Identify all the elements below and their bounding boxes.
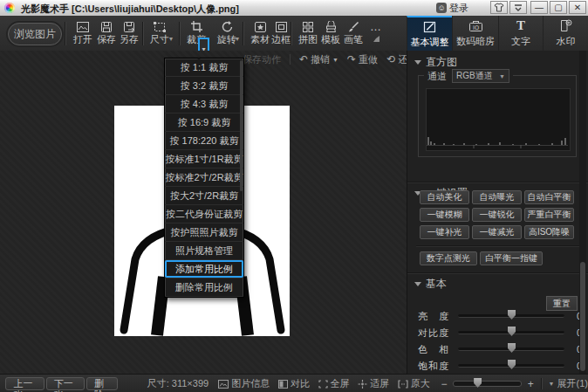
menu-item-add-ratio[interactable]: 添加常用比例 — [165, 260, 243, 279]
menu-item-crop-big-2in[interactable]: 按大2寸/2R裁剪 — [165, 187, 243, 205]
image-info-button[interactable]: 图片信息 — [218, 377, 270, 390]
menu-item-crop-std-2in[interactable]: 按标准2寸/2R裁剪 — [165, 168, 243, 187]
menu-item-crop-178-220[interactable]: 按 178:220 裁剪 — [165, 132, 243, 150]
slider-thumb[interactable] — [508, 327, 516, 336]
collage-icon — [302, 19, 314, 34]
panel-scrollbar-thumb[interactable] — [580, 262, 585, 371]
menu-item-crop-3-2[interactable]: 按 3:2 裁剪 — [165, 77, 243, 95]
zoom-out-button[interactable]: − — [441, 378, 447, 390]
basic-section-header[interactable]: 基本 — [407, 277, 588, 291]
status-bar: 上一张 下一张 删除 尺寸: 311×399 图片信息 对比 全屏 适屏 原大 … — [0, 374, 588, 392]
contrast-row: 对比度 0 — [407, 326, 588, 340]
menu-item-delete-ratio[interactable]: 删除常用比例 — [165, 279, 243, 297]
severe-white-balance-button[interactable]: 严重白平衡 — [524, 208, 574, 222]
rotate-icon — [221, 19, 234, 34]
auto-beautify-button[interactable]: 自动美化 — [420, 190, 469, 204]
redo-button[interactable]: ↷ 重做 — [347, 53, 378, 66]
zoom-slider[interactable] — [453, 381, 523, 387]
size-dropdown-arrow[interactable]: ▾ — [169, 35, 173, 43]
material-icon — [254, 19, 267, 34]
slider-thumb[interactable] — [508, 343, 516, 353]
save-as-button[interactable]: 另存 — [114, 19, 144, 48]
zoom-slider-thumb[interactable] — [474, 378, 482, 388]
window-title: 光影魔术手 [C:\Users\liujiahui\Desktop\人像.png… — [21, 3, 239, 16]
menu-item-crop-passport[interactable]: 按护照照片裁剪 — [165, 224, 243, 242]
menu-item-crop-16-9[interactable]: 按 16:9 裁剪 — [165, 113, 243, 132]
slider-thumb[interactable] — [508, 360, 516, 369]
hue-slider[interactable] — [458, 347, 564, 351]
auto-white-balance-button[interactable]: 自动白平衡 — [524, 190, 574, 204]
login-button[interactable]: ☺ 登录 — [436, 1, 468, 15]
title-bar: 光影魔术手 [C:\Users\liujiahui\Desktop\人像.png… — [0, 0, 588, 17]
fill-light-button[interactable]: 一键补光 — [420, 225, 469, 239]
chevron-down-icon: ▼ — [499, 73, 505, 79]
tab-watermark[interactable]: 水印 — [543, 16, 588, 51]
watermark-icon — [559, 19, 572, 33]
image-info-icon — [218, 380, 229, 389]
close-button[interactable]: ✕ — [569, 1, 586, 14]
channel-select[interactable]: RGB通道 ▼ — [452, 69, 509, 83]
tab-basic-adjust[interactable]: 基本调整 — [407, 16, 452, 51]
svg-text:IO: IO — [472, 24, 478, 31]
original-size-button[interactable]: 原大 — [398, 377, 430, 390]
white-balance-one-key-button[interactable]: 白平衡一指键 — [480, 251, 543, 265]
fullscreen-button[interactable]: 全屏 — [318, 377, 350, 390]
camera-icon: IO — [468, 19, 483, 33]
menu-scrollbar[interactable] — [240, 60, 243, 191]
digital-spot-metering-button[interactable]: 数字点测光 — [420, 251, 477, 265]
more-icon: … — [370, 19, 382, 34]
menu-item-crop-id-card[interactable]: 按二代身份证裁剪 — [165, 205, 243, 224]
rotate-dropdown-arrow[interactable]: ▾ — [236, 35, 239, 43]
tab-digital-darkroom[interactable]: IO 数码暗房 — [452, 16, 498, 51]
expand-button[interactable]: ▼ 展开(1) — [549, 377, 588, 390]
size-button[interactable]: 尺寸 — [145, 19, 174, 48]
reduce-light-button[interactable]: 一键减光 — [472, 225, 522, 239]
previous-image-button[interactable]: 上一张 — [5, 377, 44, 390]
browse-images-button[interactable]: 浏览图片 — [8, 23, 62, 45]
rotate-button[interactable]: 旋转 — [212, 19, 242, 48]
undo-icon: ↶ — [299, 53, 308, 65]
high-iso-denoise-button[interactable]: 高ISO降噪 — [524, 225, 574, 239]
redo-icon: ↷ — [347, 53, 356, 65]
slider-thumb[interactable] — [508, 310, 516, 320]
open-icon — [76, 19, 90, 34]
crop-icon — [190, 19, 203, 34]
saturation-slider[interactable] — [458, 364, 564, 368]
minimize-button[interactable]: — — [530, 1, 548, 14]
user-smiley-icon: ☺ — [436, 3, 447, 13]
image-size-label: 尺寸: 311×399 — [147, 377, 209, 390]
undo-button[interactable]: ↶ 撤销 ▼ — [299, 53, 338, 66]
brightness-slider[interactable] — [458, 314, 564, 318]
collapse-triangle-icon — [414, 282, 421, 290]
delete-image-button[interactable]: 删除 — [86, 377, 118, 390]
collapse-button[interactable] — [509, 1, 527, 14]
one-click-blur-button[interactable]: 一键模糊 — [420, 208, 469, 222]
more-tools-button[interactable]: … — [361, 19, 391, 48]
frame-icon — [275, 19, 288, 34]
text-t-icon: T — [516, 19, 525, 33]
one-click-sharpen-button[interactable]: 一键锐化 — [472, 208, 522, 222]
contrast-slider[interactable] — [458, 331, 564, 334]
zoom-in-button[interactable]: + — [528, 378, 534, 390]
original-size-icon — [398, 380, 408, 389]
channel-label: 通道 — [427, 70, 447, 83]
histogram-section-header[interactable]: 直方图 — [407, 55, 588, 69]
skin-button[interactable] — [490, 1, 508, 14]
menu-item-crop-1-1[interactable]: 按 1:1 裁剪 — [165, 58, 243, 77]
reset-button[interactable]: 重置 — [546, 296, 578, 311]
menu-item-crop-4-3[interactable]: 按 4:3 裁剪 — [165, 95, 243, 113]
crop-ratio-menu: 按 1:1 裁剪 按 3:2 裁剪 按 4:3 裁剪 按 16:9 裁剪 按 1… — [164, 58, 244, 298]
menu-item-spec-manage[interactable]: 照片规格管理 — [165, 242, 243, 260]
login-label: 登录 — [449, 2, 468, 15]
menu-item-crop-std-1in[interactable]: 按标准1寸/1R裁剪 — [165, 150, 243, 168]
next-image-button[interactable]: 下一张 — [46, 377, 85, 390]
tab-text[interactable]: T 文字 — [498, 16, 543, 51]
undo-dropdown-arrow[interactable]: ▼ — [332, 57, 338, 63]
fit-screen-button[interactable]: 适屏 — [358, 377, 389, 390]
more-corner-triangle-icon — [373, 36, 379, 42]
maximize-button[interactable]: ▢ — [550, 1, 567, 14]
fit-screen-icon — [358, 380, 367, 389]
save-action-button[interactable]: 保存动作 — [243, 53, 281, 66]
compare-button[interactable]: 对比 — [278, 377, 310, 390]
auto-exposure-button[interactable]: 自动曝光 — [472, 190, 522, 204]
